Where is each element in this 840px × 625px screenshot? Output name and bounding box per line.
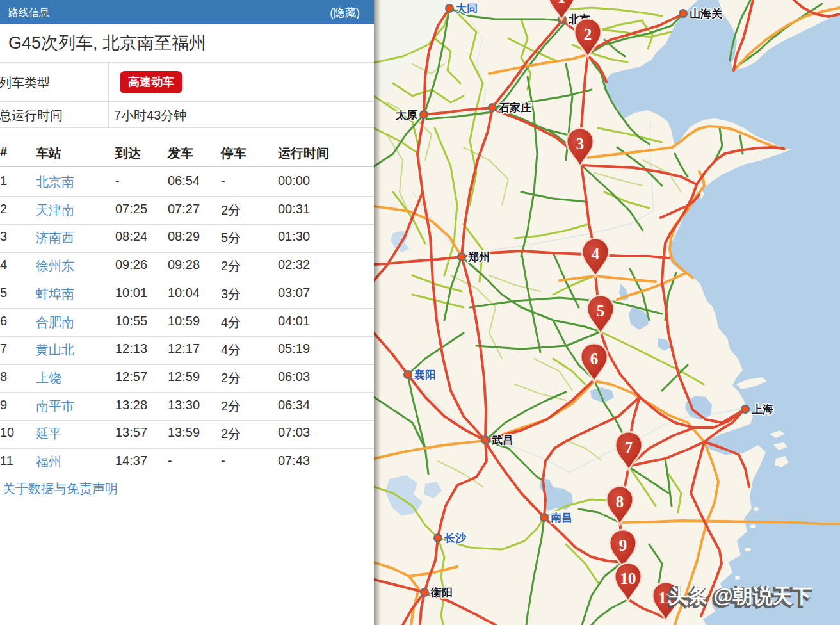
svg-text:衡阳: 衡阳 [430, 587, 453, 599]
svg-text:10: 10 [620, 570, 636, 587]
svg-text:武昌: 武昌 [491, 434, 513, 446]
svg-text:郑州: 郑州 [467, 251, 490, 263]
svg-text:长沙: 长沙 [444, 532, 467, 544]
svg-text:1: 1 [558, 0, 566, 6]
svg-text:头条 @朝说天下: 头条 @朝说天下 [668, 585, 812, 607]
svg-text:襄阳: 襄阳 [414, 369, 436, 381]
svg-text:2: 2 [584, 26, 592, 43]
svg-text:山海关: 山海关 [690, 8, 723, 20]
svg-text:太原: 太原 [395, 109, 417, 121]
svg-text:8: 8 [616, 493, 624, 510]
svg-text:7: 7 [625, 439, 633, 456]
svg-text:3: 3 [576, 135, 585, 152]
svg-text:4: 4 [592, 245, 600, 263]
svg-text:大同: 大同 [456, 3, 478, 15]
svg-text:上海: 上海 [751, 403, 773, 416]
svg-text:5: 5 [597, 302, 605, 320]
svg-text:南昌: 南昌 [551, 512, 572, 524]
svg-text:6: 6 [590, 350, 599, 368]
svg-text:石家庄: 石家庄 [498, 101, 532, 114]
svg-text:9: 9 [619, 537, 627, 554]
